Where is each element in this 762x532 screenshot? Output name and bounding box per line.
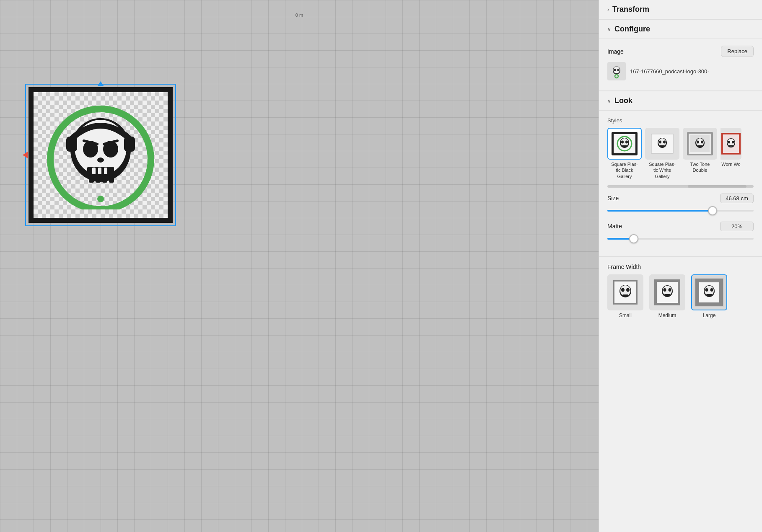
style-two-tone-label: Two ToneDouble	[683, 161, 717, 173]
image-frame	[29, 87, 173, 223]
size-label: Size	[607, 195, 619, 201]
svg-point-54	[728, 141, 731, 143]
image-thumbnail	[607, 62, 626, 80]
svg-point-55	[732, 141, 734, 143]
image-preview-row: 167-1677660_podcast-logo-300-	[607, 62, 754, 80]
style-square-black-img[interactable]	[607, 128, 642, 160]
style-worn-wo-img[interactable]	[721, 128, 741, 160]
svg-rect-41	[660, 145, 665, 147]
svg-point-47	[697, 141, 699, 144]
svg-rect-15	[89, 175, 94, 183]
frame-medium[interactable]: Medium	[649, 274, 685, 318]
canvas-area: 0 m	[0, 0, 599, 532]
artwork-container[interactable]	[25, 84, 176, 226]
svg-point-40	[663, 141, 666, 144]
svg-rect-13	[98, 168, 101, 174]
svg-rect-4	[66, 137, 77, 152]
frame-large-img[interactable]	[691, 274, 727, 310]
matte-slider-thumb[interactable]	[629, 234, 638, 243]
transform-chevron[interactable]: ›	[607, 7, 609, 13]
svg-point-48	[701, 141, 703, 144]
svg-point-70	[664, 288, 666, 292]
svg-point-1	[97, 196, 104, 202]
svg-point-78	[705, 288, 708, 292]
svg-point-22	[614, 69, 616, 71]
frame-width-section: Frame Width Small	[599, 257, 762, 325]
frame-medium-img[interactable]	[649, 274, 685, 310]
size-slider[interactable]	[607, 207, 754, 215]
configure-title: Configure	[614, 25, 650, 34]
configure-section-header[interactable]: ∨ Configure	[599, 19, 762, 39]
svg-rect-64	[622, 294, 628, 296]
image-inner	[34, 92, 168, 218]
grid-background	[0, 0, 599, 532]
image-filename: 167-1677660_podcast-logo-300-	[630, 68, 709, 75]
style-square-white-label: Square Plas-tic WhiteGallery	[645, 161, 679, 179]
style-worn-wo[interactable]: Worn Wo	[721, 128, 741, 179]
frame-width-label: Frame Width	[607, 263, 754, 270]
configure-chevron[interactable]: ∨	[607, 26, 611, 32]
image-label: Image	[607, 48, 624, 55]
svg-rect-49	[697, 145, 702, 147]
svg-point-32	[625, 141, 628, 144]
style-worn-wo-label: Worn Wo	[721, 161, 741, 167]
frame-small-img[interactable]	[607, 274, 643, 310]
style-square-black[interactable]: Square Plas-tic BlackGallery	[607, 128, 642, 179]
replace-button[interactable]: Replace	[721, 46, 754, 57]
matte-header: Matte 20%	[607, 222, 754, 231]
frame-medium-label: Medium	[658, 312, 676, 318]
svg-rect-14	[104, 168, 107, 174]
style-square-black-label: Square Plas-tic BlackGallery	[607, 161, 642, 179]
size-slider-track[interactable]	[607, 210, 754, 212]
skull-artwork	[40, 98, 161, 212]
matte-control: Matte 20%	[607, 222, 754, 243]
configure-content: Image Replace 167-1677660_podcast-logo-3…	[599, 39, 762, 91]
svg-rect-16	[96, 175, 101, 183]
svg-point-63	[626, 288, 630, 292]
style-square-white-img[interactable]	[645, 128, 679, 160]
frame-thumbs-row: Small Medium	[607, 274, 754, 318]
frame-large-label: Large	[703, 312, 716, 318]
transform-title: Transform	[612, 5, 649, 14]
image-field-row: Image Replace	[607, 46, 754, 57]
svg-point-79	[710, 288, 713, 292]
size-slider-fill	[607, 210, 713, 212]
frame-small-label: Small	[619, 312, 632, 318]
style-two-tone[interactable]: Two ToneDouble	[683, 128, 717, 179]
ruler-label: 0 m	[295, 13, 303, 18]
look-chevron[interactable]: ∨	[607, 98, 611, 104]
look-section-header[interactable]: ∨ Look	[599, 91, 762, 111]
svg-point-62	[621, 288, 625, 292]
size-slider-thumb[interactable]	[708, 206, 717, 215]
style-two-tone-img[interactable]	[683, 128, 717, 160]
svg-rect-18	[109, 175, 114, 183]
styles-label: Styles	[607, 117, 754, 124]
svg-rect-17	[102, 175, 107, 183]
matte-slider-track[interactable]	[607, 238, 754, 240]
frame-large[interactable]: Large	[691, 274, 727, 318]
matte-label: Matte	[607, 223, 622, 230]
size-value: 46.68 cm	[720, 194, 754, 203]
right-panel: › Transform ∨ Configure Image Replace	[599, 0, 762, 532]
svg-rect-80	[706, 294, 712, 296]
svg-point-71	[669, 288, 671, 292]
matte-slider[interactable]	[607, 235, 754, 243]
svg-point-23	[617, 69, 619, 71]
look-content: Styles Square Plas-tic	[599, 111, 762, 257]
look-title: Look	[614, 96, 632, 105]
svg-rect-24	[614, 73, 619, 74]
svg-rect-12	[92, 168, 96, 174]
size-control: Size 46.68 cm	[607, 194, 754, 215]
svg-point-31	[621, 141, 624, 144]
size-header: Size 46.68 cm	[607, 194, 754, 203]
svg-rect-5	[124, 137, 135, 152]
style-square-white[interactable]: Square Plas-tic WhiteGallery	[645, 128, 679, 179]
transform-section-header[interactable]: › Transform	[599, 0, 762, 19]
matte-value: 20%	[720, 222, 754, 231]
svg-rect-33	[622, 145, 627, 147]
svg-rect-72	[664, 294, 670, 296]
svg-rect-56	[728, 145, 733, 147]
frame-small[interactable]: Small	[607, 274, 643, 318]
styles-row: Square Plas-tic BlackGallery	[607, 128, 754, 179]
svg-point-39	[659, 141, 661, 144]
